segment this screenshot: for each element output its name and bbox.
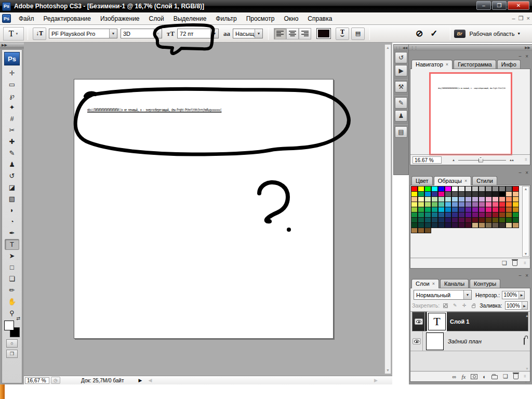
scroll-up-icon[interactable]: ▲ — [523, 187, 529, 191]
zoom-level-field[interactable]: 16,67 % — [25, 377, 49, 384]
lock-transparency-icon[interactable] — [442, 302, 449, 309]
layer-thumbnail[interactable]: T — [428, 313, 446, 330]
swatch[interactable] — [424, 228, 431, 233]
dock-grip[interactable]: ⋮⋮ — [395, 46, 401, 49]
panel-close-icon[interactable]: × — [525, 273, 528, 278]
scroll-down-icon[interactable]: ▼ — [523, 252, 529, 256]
quick-selection-tool[interactable]: ✦ — [5, 102, 19, 113]
dock-collapse-icon[interactable]: ◀◀ — [403, 46, 407, 49]
align-center-button[interactable] — [286, 28, 299, 39]
fill-field[interactable]: 100% ▶ — [505, 301, 528, 310]
menu-item[interactable]: Файл — [14, 14, 39, 24]
swatch[interactable] — [472, 222, 478, 228]
new-layer-button[interactable]: ❏ — [503, 373, 508, 380]
navigator-zoom-field[interactable]: 16.67 % — [413, 156, 442, 164]
opacity-field[interactable]: 100% ▶ — [502, 291, 525, 299]
layer-thumbnail[interactable] — [426, 332, 444, 350]
pen-tool[interactable]: ✒ — [5, 228, 19, 238]
dock-grip[interactable]: ⋮⋮ — [410, 46, 418, 50]
history-panel-icon[interactable]: ↺ — [395, 52, 407, 63]
menu-item[interactable]: Справка — [303, 14, 337, 24]
zoom-in-icon[interactable]: ▲▲ — [509, 158, 513, 162]
tool-presets-panel-icon[interactable]: ⚒ — [395, 81, 407, 92]
blend-mode-select[interactable]: Нормальный ▼ — [414, 290, 472, 300]
character-panel-icon[interactable]: ▤ — [395, 126, 407, 138]
panel-tab[interactable]: Образцы × — [434, 176, 471, 185]
swatch[interactable] — [506, 222, 512, 228]
delete-layer-button[interactable] — [513, 374, 518, 379]
toolbar-collapse-handle[interactable]: ▶▶ — [0, 43, 24, 48]
menu-item[interactable]: Изображение — [96, 14, 144, 24]
menu-item[interactable]: Выделение — [169, 14, 211, 24]
blur-tool[interactable]: ◗ — [5, 205, 19, 216]
text-color-swatch[interactable] — [317, 29, 330, 38]
swatch[interactable] — [492, 222, 499, 228]
close-button[interactable]: ✕ — [508, 1, 529, 10]
slice-tool[interactable]: ✂ — [5, 125, 19, 136]
clone-stamp-tool[interactable]: ♟ — [5, 159, 19, 170]
screen-mode-button[interactable]: ❐ — [6, 350, 18, 358]
layer-row-text-layer[interactable]: T Слой 1 ▲ — [412, 312, 528, 331]
workspace-menu[interactable]: Рабочая область ▼ — [470, 31, 521, 37]
restore-button[interactable]: ❐ — [492, 1, 507, 10]
clone-source-panel-icon[interactable]: ♟ — [395, 110, 407, 122]
panel-tab[interactable]: Инфо — [497, 60, 521, 69]
font-size-select[interactable]: 72 пт ▼ — [177, 29, 219, 38]
actions-panel-icon[interactable]: ▶ — [395, 65, 407, 76]
align-left-button[interactable] — [274, 28, 286, 39]
scroll-left-icon[interactable]: ◀ — [148, 378, 152, 383]
panel-minimize-icon[interactable]: − — [518, 273, 522, 278]
swatch[interactable] — [431, 222, 438, 228]
rectangular-marquee-tool[interactable]: ▭ — [5, 79, 19, 90]
menu-item[interactable]: Фильтр — [211, 14, 241, 24]
eyedropper-tool[interactable]: ✏ — [5, 285, 19, 296]
scroll-down-icon[interactable]: ▼ — [385, 367, 391, 374]
hand-tool[interactable]: ✋ — [5, 296, 19, 307]
swatch[interactable] — [438, 222, 445, 228]
history-brush-tool[interactable]: ↺ — [5, 170, 19, 181]
bridge-button[interactable]: Br — [454, 30, 466, 38]
adjustment-layer-button[interactable]: ◐ — [483, 374, 486, 380]
menu-item[interactable]: Редактирование — [39, 14, 96, 24]
font-family-select[interactable]: PF Playskool Pro ▼ — [49, 29, 117, 38]
swatch[interactable] — [465, 222, 472, 228]
resize-grip[interactable]: ⠿ — [524, 375, 527, 379]
navigator-zoom-slider[interactable] — [458, 157, 506, 163]
panel-minimize-icon[interactable]: − — [518, 54, 522, 59]
vertical-scrollbar[interactable]: ▲ ▼ — [384, 44, 391, 374]
gradient-tool[interactable]: ▧ — [5, 193, 19, 204]
foreground-color-well[interactable] — [4, 321, 14, 330]
lock-pixels-icon[interactable]: ✎ — [451, 302, 458, 309]
zoom-out-icon[interactable]: ▲ — [452, 158, 455, 162]
status-expand-icon[interactable]: ▶ — [139, 378, 142, 383]
swatch[interactable] — [458, 222, 465, 228]
swatch[interactable] — [512, 222, 519, 228]
scroll-down-icon[interactable]: ▼ — [525, 367, 529, 370]
tab-close-icon[interactable]: × — [432, 281, 435, 286]
layer-name[interactable]: Задний план — [448, 338, 482, 344]
scroll-right-icon[interactable]: ▶ — [374, 378, 378, 383]
doc-close-button[interactable]: × — [527, 15, 530, 22]
swatch[interactable] — [478, 222, 485, 228]
menu-item[interactable]: Слой — [144, 14, 169, 24]
menu-item[interactable]: Просмотр — [242, 14, 280, 24]
add-layer-mask-button[interactable] — [471, 374, 477, 379]
swatch[interactable] — [485, 222, 492, 228]
doc-minimize-button[interactable]: – — [512, 15, 515, 22]
scroll-up-icon[interactable]: ▲ — [385, 45, 391, 51]
swatch[interactable] — [451, 222, 458, 228]
lasso-tool[interactable]: ℘ — [5, 90, 19, 101]
dodge-tool[interactable]: ◔ — [5, 216, 19, 227]
link-layers-button[interactable]: ∞ — [453, 374, 457, 380]
panel-tab[interactable]: Слои × — [411, 279, 439, 288]
tab-close-icon[interactable]: × — [446, 62, 448, 67]
brushes-panel-icon[interactable]: ✎ — [395, 97, 407, 109]
eraser-tool[interactable]: ◪ — [5, 182, 19, 193]
swatch[interactable] — [445, 222, 451, 228]
text-orientation-button[interactable]: ↓T — [33, 28, 46, 40]
panel-close-icon[interactable]: × — [525, 54, 528, 59]
navigator-preview[interactable]: mbsj(ПИПИПИПИПИПИПИПИПИ((я не ленивый, я… — [429, 72, 512, 155]
align-right-button[interactable] — [299, 28, 311, 39]
tool-preset-picker[interactable]: T ▼ — [3, 27, 24, 41]
path-selection-tool[interactable]: ➤ — [5, 250, 19, 261]
